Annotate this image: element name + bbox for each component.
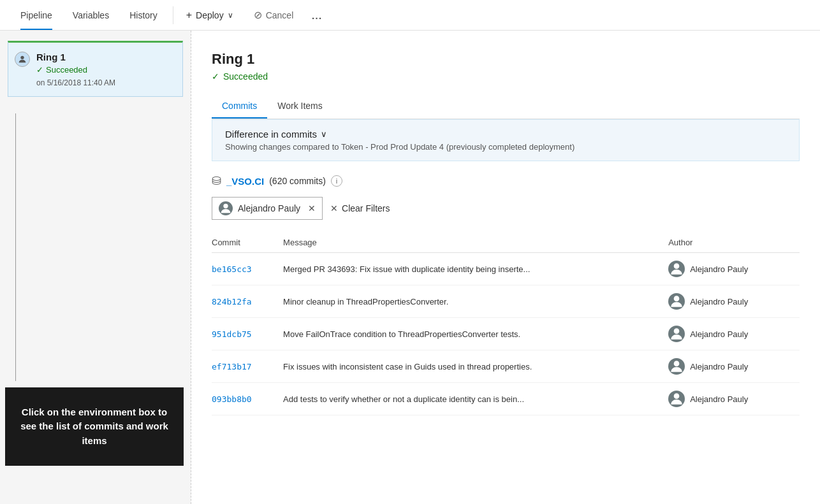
commit-message: Minor cleanup in ThreadPropertiesConvert…: [283, 285, 668, 318]
repo-header: ⛁ _VSO.CI (620 commits) i: [212, 174, 800, 188]
tooltip-text: Click on the environment box to see the …: [20, 407, 168, 446]
commit-author: Alejandro Pauly: [668, 350, 800, 383]
commit-author: Alejandro Pauly: [668, 318, 800, 350]
tab-commits[interactable]: Commits: [212, 94, 267, 119]
author-name: Alejandro Pauly: [690, 394, 748, 404]
cancel-label: Cancel: [266, 10, 294, 20]
clear-filters-label: Clear Filters: [342, 203, 390, 213]
svg-point-3: [674, 296, 680, 301]
author-avatar: [668, 326, 685, 342]
author-name: Alejandro Pauly: [690, 297, 748, 306]
table-row[interactable]: 093bb8b0Add tests to verify whether or n…: [212, 383, 800, 415]
svg-point-2: [674, 263, 680, 269]
main-content: Ring 1 ✓ Succeeded Commits Work Items Di…: [191, 31, 820, 504]
title-status-label: Succeeded: [223, 71, 268, 82]
commit-author: Alejandro Pauly: [668, 253, 800, 285]
nav-tab-history[interactable]: History: [119, 0, 168, 30]
nav-divider: [173, 6, 173, 24]
ring-status: ✓ Succeeded: [36, 65, 173, 75]
nav-tab-variables-label: Variables: [73, 10, 109, 20]
clear-filters-button[interactable]: ✕ Clear Filters: [330, 203, 390, 213]
info-icon[interactable]: i: [331, 175, 342, 187]
plus-icon: +: [186, 10, 192, 21]
chevron-down-icon: ∨: [228, 11, 233, 20]
col-header-author: Author: [668, 233, 800, 253]
nav-tab-pipeline[interactable]: Pipeline: [10, 0, 62, 30]
clear-x-icon: ✕: [330, 203, 338, 213]
nav-tabs: Pipeline Variables History: [10, 0, 168, 30]
commit-hash[interactable]: 951dcb75: [212, 318, 283, 350]
ring-card[interactable]: Ring 1 ✓ Succeeded on 5/16/2018 11:40 AM: [8, 41, 183, 97]
svg-point-5: [674, 361, 680, 366]
title-status: ✓ Succeeded: [212, 71, 800, 82]
author-avatar: [668, 261, 685, 277]
table-row[interactable]: 824b12faMinor cleanup in ThreadPropertie…: [212, 285, 800, 318]
tab-workitems-label: Work Items: [277, 101, 323, 111]
author-avatar: [668, 358, 685, 375]
filter-author-name: Alejandro Pauly: [238, 203, 300, 213]
tooltip-box: Click on the environment box to see the …: [5, 387, 184, 466]
nav-tab-variables[interactable]: Variables: [62, 0, 119, 30]
author-filter-chip[interactable]: Alejandro Pauly ✕: [212, 197, 323, 220]
chevron-down-icon[interactable]: ∨: [321, 129, 327, 139]
table-row[interactable]: ef713b17Fix issues with inconsistent cas…: [212, 350, 800, 383]
author-cell: Alejandro Pauly: [668, 326, 792, 342]
check-icon: ✓: [36, 65, 43, 75]
diff-title-text: Difference in commits: [225, 129, 317, 140]
diff-banner: Difference in commits ∨ Showing changes …: [212, 119, 800, 161]
col-header-commit: Commit: [212, 233, 283, 253]
repo-icon: ⛁: [212, 174, 221, 188]
commit-message: Move FailOnTrace condition to ThreadProp…: [283, 318, 668, 350]
content-tabs: Commits Work Items: [212, 94, 800, 119]
commits-table: Commit Message Author be165cc3Merged PR …: [212, 233, 800, 415]
remove-filter-icon[interactable]: ✕: [308, 203, 316, 213]
commit-message: Add tests to verify whether or not a dup…: [283, 383, 668, 415]
author-cell: Alejandro Pauly: [668, 293, 792, 310]
commit-hash[interactable]: 093bb8b0: [212, 383, 283, 415]
author-avatar: [668, 391, 685, 407]
author-name: Alejandro Pauly: [690, 264, 748, 274]
main-layout: Ring 1 ✓ Succeeded on 5/16/2018 11:40 AM…: [0, 31, 820, 504]
svg-point-0: [20, 56, 24, 59]
commit-hash[interactable]: ef713b17: [212, 350, 283, 383]
ring-name: Ring 1: [36, 52, 173, 62]
ellipsis-icon: ...: [311, 8, 322, 22]
top-nav: Pipeline Variables History + Deploy ∨ ⊘ …: [0, 0, 820, 31]
table-row[interactable]: be165cc3Merged PR 343693: Fix issue with…: [212, 253, 800, 285]
repo-name[interactable]: _VSO.CI: [226, 176, 264, 187]
commit-message: Merged PR 343693: Fix issue with duplica…: [283, 253, 668, 285]
cancel-button[interactable]: ⊘ Cancel: [246, 5, 302, 25]
nav-tab-pipeline-label: Pipeline: [20, 10, 52, 20]
table-header-row: Commit Message Author: [212, 233, 800, 253]
author-name: Alejandro Pauly: [690, 329, 748, 339]
filter-row: Alejandro Pauly ✕ ✕ Clear Filters: [212, 197, 800, 220]
repo-count: (620 commits): [269, 176, 326, 186]
col-header-message: Message: [283, 233, 668, 253]
tab-commits-label: Commits: [222, 101, 257, 111]
filter-author-avatar: [219, 201, 233, 215]
author-name: Alejandro Pauly: [690, 362, 748, 371]
author-cell: Alejandro Pauly: [668, 358, 792, 375]
commit-hash[interactable]: be165cc3: [212, 253, 283, 285]
more-options-button[interactable]: ...: [306, 8, 327, 22]
commit-author: Alejandro Pauly: [668, 383, 800, 415]
tab-workitems[interactable]: Work Items: [267, 94, 333, 119]
nav-actions: + Deploy ∨ ⊘ Cancel ...: [179, 5, 327, 25]
author-cell: Alejandro Pauly: [668, 391, 792, 407]
commit-author: Alejandro Pauly: [668, 285, 800, 318]
diff-banner-title: Difference in commits ∨: [225, 129, 786, 140]
cancel-icon: ⊘: [254, 9, 262, 21]
svg-point-4: [674, 328, 680, 334]
left-sidebar: Ring 1 ✓ Succeeded on 5/16/2018 11:40 AM…: [0, 31, 191, 504]
deploy-button[interactable]: + Deploy ∨: [179, 6, 241, 25]
author-cell: Alejandro Pauly: [668, 261, 792, 277]
svg-point-1: [223, 204, 228, 208]
ring-avatar-icon: [15, 52, 30, 67]
deploy-label: Deploy: [196, 10, 224, 20]
table-row[interactable]: 951dcb75Move FailOnTrace condition to Th…: [212, 318, 800, 350]
commit-hash[interactable]: 824b12fa: [212, 285, 283, 318]
ring-date: on 5/16/2018 11:40 AM: [36, 78, 173, 87]
diff-banner-subtitle: Showing changes compared to Token - Prod…: [225, 142, 786, 152]
page-title: Ring 1: [212, 51, 800, 68]
title-check-icon: ✓: [212, 71, 219, 82]
